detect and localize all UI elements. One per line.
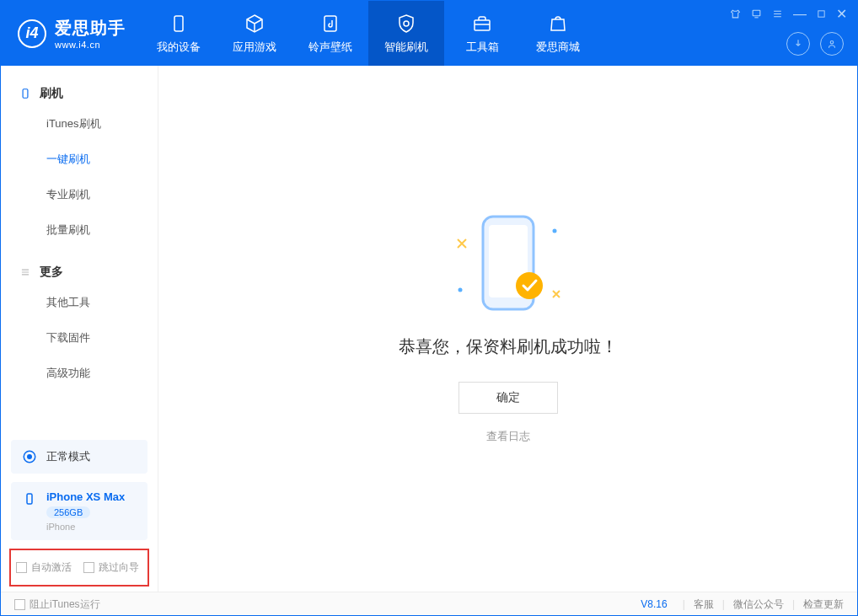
checkbox-auto-activate[interactable]: 自动激活 bbox=[16, 560, 72, 575]
device-info: iPhone XS Max 256GB iPhone bbox=[46, 490, 125, 532]
cube-icon bbox=[244, 13, 265, 35]
svg-rect-9 bbox=[27, 494, 32, 504]
checkbox-label: 阻止iTunes运行 bbox=[29, 597, 100, 612]
nav-flash[interactable]: 智能刷机 bbox=[368, 1, 444, 66]
device-icon bbox=[21, 490, 38, 507]
phone-icon bbox=[168, 13, 190, 35]
checkbox-box-icon bbox=[14, 599, 25, 610]
svg-point-10 bbox=[552, 228, 556, 233]
separator: | bbox=[792, 598, 795, 610]
maximize-button[interactable] bbox=[817, 9, 826, 19]
nav: 我的设备 应用游戏 铃声壁纸 智能刷机 工具箱 爱思商城 bbox=[141, 1, 596, 66]
shirt-icon[interactable] bbox=[730, 8, 741, 19]
footer: 阻止iTunes运行 V8.16 | 客服 | 微信公众号 | 检查更新 bbox=[1, 592, 857, 616]
svg-point-8 bbox=[28, 455, 32, 459]
svg-rect-4 bbox=[818, 11, 824, 17]
success-illustration bbox=[475, 214, 542, 315]
svg-rect-0 bbox=[174, 16, 183, 31]
device-box[interactable]: iPhone XS Max 256GB iPhone bbox=[11, 482, 147, 540]
svg-point-11 bbox=[458, 287, 462, 292]
footer-right: V8.16 | 客服 | 微信公众号 | 检查更新 bbox=[641, 597, 844, 612]
svg-rect-6 bbox=[23, 89, 28, 99]
logo-text: 爱思助手 www.i4.cn bbox=[55, 17, 126, 50]
svg-point-5 bbox=[830, 41, 834, 45]
sidebar-item-batch[interactable]: 批量刷机 bbox=[1, 212, 158, 248]
logo-icon: i4 bbox=[18, 19, 46, 48]
feedback-icon[interactable] bbox=[751, 8, 762, 19]
svg-rect-2 bbox=[475, 20, 490, 30]
nav-store[interactable]: 爱思商城 bbox=[520, 1, 596, 66]
sidebar-scroll: 刷机 iTunes刷机 一键刷机 专业刷机 批量刷机 更多 其他工具 下载固件 … bbox=[1, 66, 158, 440]
checkbox-box-icon bbox=[83, 562, 94, 573]
sidebar-item-oneclick[interactable]: 一键刷机 bbox=[1, 142, 158, 177]
group-label: 更多 bbox=[40, 265, 63, 280]
nav-label: 铃声壁纸 bbox=[308, 40, 352, 55]
check-update-link[interactable]: 检查更新 bbox=[803, 597, 844, 612]
success-message: 恭喜您，保资料刷机成功啦！ bbox=[399, 335, 618, 358]
nav-apps[interactable]: 应用游戏 bbox=[217, 1, 292, 66]
mode-box[interactable]: 正常模式 bbox=[11, 440, 147, 474]
toolbox-icon bbox=[471, 13, 493, 35]
wechat-link[interactable]: 微信公众号 bbox=[733, 597, 784, 612]
close-button[interactable]: ✕ bbox=[836, 6, 847, 22]
shopping-bag-icon bbox=[547, 13, 569, 35]
footer-left: 阻止iTunes运行 bbox=[14, 597, 100, 612]
mode-label: 正常模式 bbox=[46, 449, 90, 464]
ok-button[interactable]: 确定 bbox=[458, 382, 558, 414]
nav-label: 爱思商城 bbox=[536, 40, 580, 55]
nav-toolbox[interactable]: 工具箱 bbox=[444, 1, 520, 66]
minimize-button[interactable]: — bbox=[793, 7, 807, 22]
music-file-icon bbox=[319, 13, 341, 35]
nav-my-device[interactable]: 我的设备 bbox=[141, 1, 217, 66]
phone-small-icon bbox=[19, 88, 31, 99]
checkbox-block-itunes[interactable]: 阻止iTunes运行 bbox=[14, 597, 100, 612]
user-button[interactable] bbox=[820, 32, 844, 56]
main-content: 恭喜您，保资料刷机成功啦！ 确定 查看日志 bbox=[158, 66, 857, 592]
group-label: 刷机 bbox=[40, 86, 63, 101]
list-icon bbox=[19, 266, 31, 278]
version-label: V8.16 bbox=[641, 598, 667, 610]
sidebar-item-firmware[interactable]: 下载固件 bbox=[1, 320, 158, 356]
checkbox-skip-guide[interactable]: 跳过向导 bbox=[83, 560, 139, 575]
nav-label: 应用游戏 bbox=[233, 40, 276, 55]
logo-area: i4 爱思助手 www.i4.cn bbox=[1, 1, 141, 66]
header-round-icons bbox=[786, 32, 847, 56]
svg-rect-3 bbox=[753, 10, 760, 16]
separator: | bbox=[722, 598, 725, 610]
device-name: iPhone XS Max bbox=[46, 490, 125, 503]
separator: | bbox=[683, 598, 685, 610]
svg-point-14 bbox=[516, 272, 543, 299]
header: i4 爱思助手 www.i4.cn 我的设备 应用游戏 铃声壁纸 智能刷机 工具… bbox=[1, 1, 857, 66]
sidebar: 刷机 iTunes刷机 一键刷机 专业刷机 批量刷机 更多 其他工具 下载固件 … bbox=[1, 66, 158, 592]
sidebar-item-itunes[interactable]: iTunes刷机 bbox=[1, 106, 158, 142]
nav-label: 我的设备 bbox=[157, 40, 201, 55]
brand-name: 爱思助手 bbox=[55, 17, 126, 40]
mode-icon bbox=[21, 448, 38, 465]
nav-label: 智能刷机 bbox=[384, 40, 428, 55]
sidebar-item-other[interactable]: 其他工具 bbox=[1, 285, 158, 320]
checkbox-label: 跳过向导 bbox=[99, 560, 139, 575]
support-link[interactable]: 客服 bbox=[694, 597, 714, 612]
download-button[interactable] bbox=[786, 32, 810, 56]
menu-icon[interactable] bbox=[772, 8, 783, 19]
nav-ringtones[interactable]: 铃声壁纸 bbox=[292, 1, 368, 66]
device-type: iPhone bbox=[46, 522, 125, 532]
shield-refresh-icon bbox=[395, 13, 417, 35]
checkbox-box-icon bbox=[16, 562, 27, 573]
brand-url: www.i4.cn bbox=[55, 40, 126, 50]
nav-label: 工具箱 bbox=[466, 40, 499, 55]
sidebar-item-pro[interactable]: 专业刷机 bbox=[1, 177, 158, 212]
checkbox-label: 自动激活 bbox=[31, 560, 72, 575]
window-controls: — ✕ bbox=[730, 6, 847, 22]
body: 刷机 iTunes刷机 一键刷机 专业刷机 批量刷机 更多 其他工具 下载固件 … bbox=[1, 66, 857, 592]
view-log-link[interactable]: 查看日志 bbox=[486, 429, 530, 444]
sidebar-group-more: 更多 bbox=[1, 260, 158, 285]
sidebar-group-flash: 刷机 bbox=[1, 81, 158, 106]
sidebar-item-advanced[interactable]: 高级功能 bbox=[1, 356, 158, 391]
device-storage-badge: 256GB bbox=[46, 506, 90, 518]
options-row-highlighted: 自动激活 跳过向导 bbox=[9, 549, 149, 587]
header-right: — ✕ bbox=[730, 1, 857, 56]
